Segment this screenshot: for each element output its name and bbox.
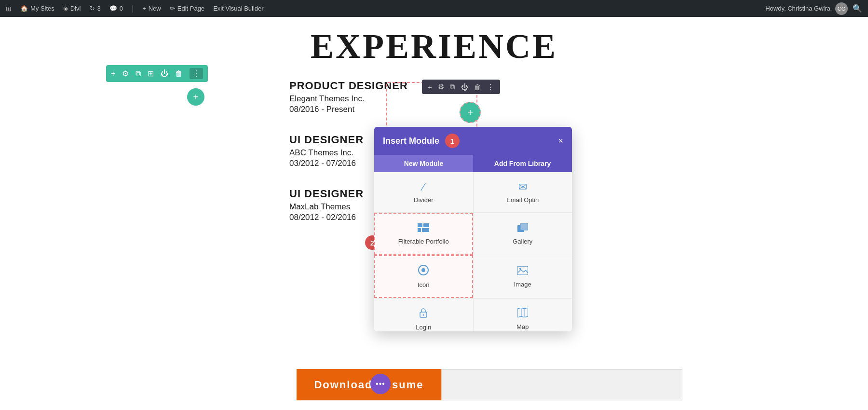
email-optin-icon: ✉ [518,181,527,193]
login-icon [419,307,428,321]
insert-module-title: Insert Module [383,136,439,146]
filterable-portfolio-label: Filterable Portfolio [398,238,449,245]
divi-link[interactable]: ◈ Divi [63,5,81,12]
module-item-login[interactable]: Login [374,299,473,331]
download-right-area [441,369,682,400]
dots-icon: ••• [376,380,385,388]
module-item-gallery[interactable]: Gallery [474,213,572,255]
row-duplicate-icon[interactable]: ⧉ [450,82,455,91]
filterable-portfolio-icon [418,222,429,235]
download-dots-button[interactable]: ••• [370,374,391,394]
divider-label: Divider [414,196,433,204]
updates-link[interactable]: ↻ 3 [90,5,101,12]
gallery-icon [517,222,528,235]
email-optin-label: Email Optin [506,196,539,204]
section-grid-icon[interactable]: ⊞ [148,69,154,78]
insert-module-badge: 1 [445,134,460,148]
avatar: CG [835,2,848,15]
icon-label: Icon [418,281,430,288]
topbar: ⊞ 🏠 My Sites ◈ Divi ↻ 3 💬 0 | + New ✏ Ed… [0,0,868,17]
module-item-filterable-portfolio[interactable]: Filterable Portfolio [374,213,473,255]
edit-icon: ✏ [170,5,175,12]
divider-icon: ∕ [422,181,424,193]
login-label: Login [416,324,431,331]
insert-module-header: Insert Module 1 × [374,127,572,155]
section-toolbar: + ⚙ ⧉ ⊞ ⏻ 🗑 ⋮ [106,65,208,82]
divi-icon: ◈ [63,5,68,12]
module-item-divider[interactable]: ∕ Divider [374,172,473,212]
content-area: EXPERIENCE + ⚙ ⧉ ⊞ ⏻ 🗑 ⋮ + PRODUCT DESIG… [0,17,868,410]
download-button[interactable]: Download sume [297,369,441,400]
user-greeting: Howdy, Christina Gwira [765,5,830,12]
section-more-icon[interactable]: ⋮ [190,68,203,79]
section-settings-icon[interactable]: ⚙ [122,69,129,78]
download-button-text: Download sume [314,379,423,391]
row-delete-icon[interactable]: 🗑 [474,83,481,91]
search-icon[interactable]: 🔍 [853,4,862,13]
svg-point-8 [421,268,425,272]
row-more-icon[interactable]: ⋮ [487,82,494,91]
add-section-button[interactable]: + [187,88,204,106]
svg-rect-5 [520,223,528,230]
comment-icon: 💬 [109,5,117,12]
section-toggle-icon[interactable]: ⏻ [161,69,168,78]
exit-visual-builder-link[interactable]: Exit Visual Builder [213,5,264,12]
my-sites-link[interactable]: 🏠 My Sites [20,5,54,12]
tab-add-from-library[interactable]: Add From Library [473,155,572,172]
section-delete-icon[interactable]: 🗑 [175,69,183,78]
module-item-email-optin[interactable]: ✉ Email Optin [474,172,572,212]
svg-rect-0 [418,223,422,227]
section-add-icon[interactable]: + [111,69,115,78]
plus-icon: + [142,5,146,12]
gallery-label: Gallery [513,238,532,245]
update-icon: ↻ [90,5,95,12]
module-add-button[interactable]: + [460,102,481,123]
row-settings-icon[interactable]: ⚙ [438,82,444,91]
svg-point-12 [423,314,424,316]
module-item-icon[interactable]: Icon [374,255,473,298]
map-icon [517,308,528,320]
svg-point-10 [519,268,521,270]
tab-new-module[interactable]: New Module [374,155,473,172]
wp-icon[interactable]: ⊞ [6,5,12,13]
insert-module-close-button[interactable]: × [558,136,563,146]
image-label: Image [514,281,531,288]
section-duplicate-icon[interactable]: ⧉ [136,69,141,78]
module-grid: ∕ Divider ✉ Email Optin Filterable Portf… [374,172,572,331]
home-icon: 🏠 [20,5,28,12]
insert-module-panel: Insert Module 1 × New Module Add From Li… [374,127,572,331]
comments-link[interactable]: 💬 0 [109,5,123,12]
image-icon [517,265,528,278]
module-item-image[interactable]: Image [474,255,572,298]
svg-rect-3 [422,228,429,232]
map-label: Map [516,323,529,330]
module-item-map[interactable]: Map [474,299,572,331]
svg-rect-2 [418,228,421,232]
row-toolbar: + ⚙ ⧉ ⏻ 🗑 ⋮ [422,80,500,94]
row-toggle-icon[interactable]: ⏻ [461,83,468,91]
edit-page-link[interactable]: ✏ Edit Page [170,5,204,12]
new-link[interactable]: + New [142,5,161,12]
page-title: EXPERIENCE [0,17,868,67]
row-add-icon[interactable]: + [428,83,432,91]
icon-module-icon [418,265,429,278]
insert-module-tabs: New Module Add From Library [374,155,572,172]
svg-rect-1 [423,223,429,227]
svg-marker-13 [517,308,528,317]
